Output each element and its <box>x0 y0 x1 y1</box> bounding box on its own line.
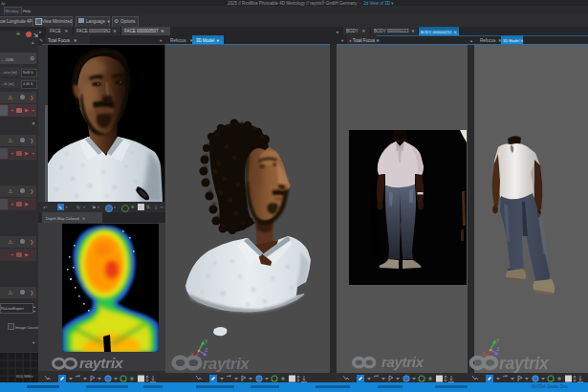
svg-text:raytrix: raytrix <box>381 354 425 370</box>
svg-text:raytrix: raytrix <box>79 355 124 371</box>
svg-text:raytrix: raytrix <box>203 355 250 372</box>
svg-text:Z: Z <box>497 346 500 352</box>
svg-text:Z: Z <box>206 347 208 353</box>
svg-text:raytrix: raytrix <box>499 354 550 373</box>
svg-text:Y: Y <box>496 338 500 343</box>
svg-text:600 MB/s: 600 MB/s <box>16 374 33 379</box>
svg-text:Y: Y <box>205 338 208 344</box>
